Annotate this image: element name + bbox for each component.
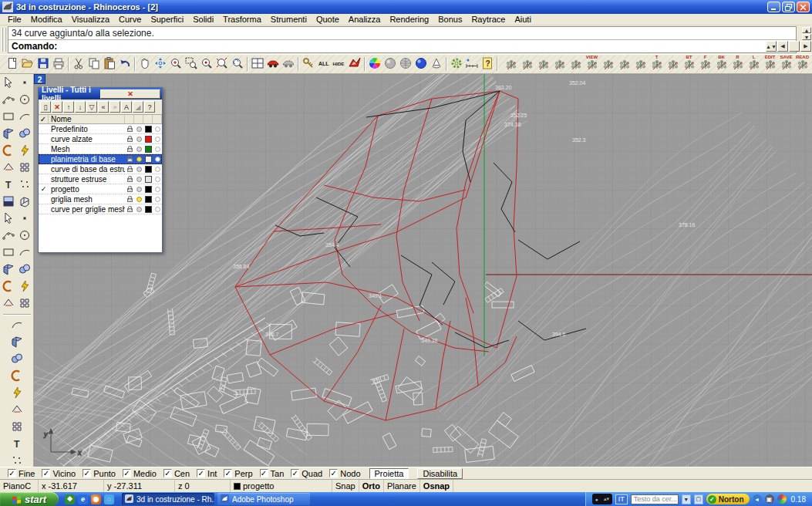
delete-layer-button[interactable]: ✕ — [52, 101, 62, 113]
menu-file[interactable]: File — [3, 14, 26, 25]
new-layer-button[interactable]: ▯ — [40, 101, 51, 113]
search-dropdown-icon[interactable]: ▼ — [682, 494, 691, 504]
view-button-8[interactable] — [632, 55, 649, 73]
move-to-layer-button[interactable]: « — [98, 101, 109, 113]
layer-color-swatch[interactable] — [143, 146, 153, 153]
command-scroll-down-button[interactable]: ▼ — [802, 34, 811, 40]
osnap-toggle-medio[interactable]: ✓Medio — [123, 469, 157, 478]
layers-header-name[interactable]: Nome — [49, 115, 125, 123]
layer-color-swatch[interactable] — [143, 156, 153, 163]
toolbar-help-button[interactable]: ? — [480, 56, 495, 73]
tool-mesh-trim-button[interactable] — [8, 402, 25, 419]
view-button-1[interactable] — [519, 55, 535, 73]
menu-trasforma[interactable]: Trasforma — [218, 14, 266, 25]
checkbox-icon[interactable]: ✓ — [123, 469, 131, 477]
command-grip[interactable] — [2, 28, 6, 52]
status-pane-planare[interactable]: Planare — [384, 480, 420, 492]
tool-select-button[interactable] — [1, 75, 17, 92]
command-prompt[interactable]: Comando: — [8, 40, 796, 52]
tray-display-icon[interactable]: ▣ — [765, 494, 774, 504]
toolbar-cut-button[interactable] — [71, 56, 86, 73]
layer-bulb-icon[interactable] — [134, 157, 143, 162]
menu-modifica[interactable]: Modifica — [26, 14, 67, 25]
proietta-button[interactable]: Proietta — [369, 468, 409, 479]
status-pane-orto[interactable]: Orto — [359, 480, 384, 492]
layer-lock-icon[interactable] — [125, 136, 134, 142]
view-button-read[interactable]: READ — [794, 55, 810, 73]
command-scroll-up-button[interactable]: ▲ — [802, 27, 811, 33]
layer-name[interactable]: curve di base da estru... — [49, 165, 125, 174]
toolbar-gear-settings-button[interactable] — [449, 56, 464, 73]
toolbar-spotlight-button[interactable] — [429, 56, 444, 73]
toolbar-rendered-sphere-button[interactable] — [413, 56, 429, 73]
toolbar-rhino-checkmark-button[interactable] — [347, 56, 362, 73]
tool-explode-button[interactable] — [17, 211, 33, 228]
tool-text-button[interactable] — [1, 278, 17, 295]
layer-material-ring[interactable] — [153, 197, 162, 202]
layer-material-ring[interactable] — [153, 147, 162, 152]
viewport[interactable]: 363.20352.04352.25374.38352.3354.4356.84… — [34, 74, 812, 467]
layer-lock-icon[interactable] — [125, 156, 134, 162]
layer-lock-icon[interactable] — [125, 166, 134, 172]
sort-layers-button[interactable]: ◢ — [133, 101, 143, 113]
toolbar-show-all-button[interactable]: ALL — [316, 56, 332, 73]
tool-layer-c-button[interactable] — [1, 211, 17, 228]
messenger-icon[interactable]: ◌ — [104, 494, 114, 504]
norton-badge[interactable]: ✓ Norton — [706, 494, 750, 504]
menu-visualizza[interactable]: Visualizza — [67, 14, 114, 25]
toolbar-save-button[interactable] — [35, 56, 51, 73]
layers-help-button[interactable]: ? — [144, 101, 155, 113]
toolbar-measure-button[interactable] — [464, 56, 480, 73]
layer-name[interactable]: planimetria di base — [49, 155, 125, 164]
internet-explorer-icon[interactable]: e — [78, 494, 88, 504]
layer-lock-icon[interactable] — [125, 206, 134, 212]
layer-color-swatch[interactable] — [143, 176, 153, 183]
layer-bulb-icon[interactable] — [134, 126, 143, 132]
tool-trim-button[interactable] — [1, 228, 17, 245]
layers-panel-titlebar[interactable]: Livelli - Tutti i livelli ✕ — [39, 88, 162, 100]
tool-array-rect-button[interactable] — [1, 245, 17, 261]
toolbar-zoom-window-button[interactable] — [184, 56, 199, 73]
checkbox-icon[interactable]: ✓ — [197, 469, 205, 477]
disabilita-button[interactable]: Disabilita — [417, 468, 463, 479]
tool-gradient-view-button[interactable] — [8, 317, 25, 334]
rename-layer-button[interactable]: A — [121, 101, 132, 113]
layer-name[interactable]: Predefinito — [49, 125, 125, 133]
layer-row[interactable]: Mesh — [39, 144, 162, 154]
menu-bonus[interactable]: Bonus — [433, 14, 467, 25]
layer-name[interactable]: curve per griglie mesh — [49, 205, 125, 214]
checkbox-icon[interactable]: ✓ — [83, 469, 91, 477]
tool-point-grid-button[interactable] — [17, 278, 33, 295]
checkbox-icon[interactable]: ✓ — [163, 469, 172, 477]
command-splitter[interactable] — [789, 41, 800, 52]
toolbar-textured-sphere-button[interactable] — [398, 56, 413, 73]
tool-spheres-button[interactable] — [17, 177, 33, 194]
layer-color-swatch[interactable] — [143, 136, 153, 143]
toolbar-render-car-button[interactable] — [265, 56, 281, 73]
view-button-bt[interactable]: BT — [681, 55, 697, 73]
layer-color-swatch[interactable] — [143, 126, 153, 133]
toolbar-undo-button[interactable] — [117, 56, 133, 73]
layer-row[interactable]: planimetria di base — [39, 154, 162, 164]
tool-single-point-button[interactable] — [17, 75, 33, 92]
toolbar-zoom-selected-button[interactable] — [199, 56, 214, 73]
tool-fillet-button[interactable] — [1, 261, 17, 278]
toolbar-open-button[interactable] — [20, 56, 35, 73]
tool-orient-button[interactable]: T — [8, 436, 25, 453]
tool-hatch-button[interactable] — [8, 334, 25, 351]
menu-strumenti[interactable]: Strumenti — [266, 14, 312, 25]
layer-bulb-icon[interactable] — [134, 187, 143, 192]
checkbox-icon[interactable]: ✓ — [260, 469, 268, 477]
media-player-icon[interactable]: ◉ — [91, 494, 101, 504]
layer-material-ring[interactable] — [153, 137, 162, 142]
layer-lock-icon[interactable] — [125, 176, 134, 182]
layer-row[interactable]: curve alzate — [39, 134, 162, 144]
language-indicator[interactable]: IT — [615, 494, 628, 504]
tool-surface-patch-button[interactable] — [1, 160, 17, 177]
tool-curve-control-points-button[interactable] — [1, 92, 17, 109]
layer-lock-icon[interactable] — [125, 186, 134, 192]
command-prev-button[interactable]: ◀ — [777, 41, 788, 52]
osnap-toggle-quad[interactable]: ✓Quad — [291, 469, 322, 478]
osnap-toggle-int[interactable]: ✓Int — [197, 469, 217, 478]
restore-button[interactable] — [782, 2, 795, 12]
